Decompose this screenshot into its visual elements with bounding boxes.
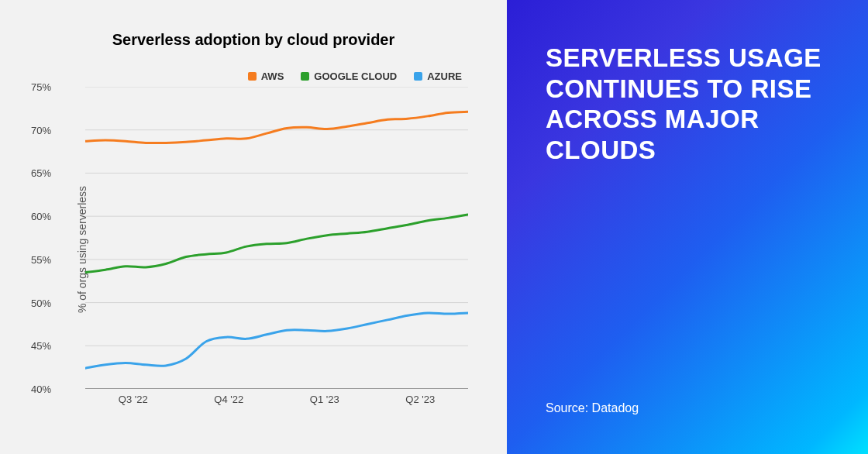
series-line: [85, 313, 468, 368]
x-tick: Q1 '23: [310, 394, 339, 405]
y-tick: 65%: [31, 167, 51, 179]
chart-panel: Serverless adoption by cloud provider AW…: [0, 0, 507, 454]
y-tick: 55%: [31, 253, 51, 265]
legend-swatch: [248, 72, 257, 81]
legend-item: AZURE: [414, 71, 462, 82]
x-tick: Q2 '23: [405, 394, 435, 405]
x-tick: Q3 '22: [119, 394, 148, 405]
chart-title: Serverless adoption by cloud provider: [31, 31, 476, 49]
legend-item: AWS: [248, 71, 284, 82]
legend-label: GOOGLE CLOUD: [314, 71, 397, 82]
legend-swatch: [301, 72, 309, 81]
y-tick: 45%: [31, 340, 51, 352]
legend-swatch: [414, 72, 422, 81]
series-line: [85, 112, 468, 143]
series-line: [85, 215, 468, 273]
source-text: Source: Datadog: [546, 401, 829, 415]
chart-legend: AWSGOOGLE CLOUDAZURE: [31, 71, 476, 82]
x-tick: Q4 '22: [214, 394, 243, 405]
legend-label: AWS: [261, 71, 284, 82]
y-tick: 75%: [31, 81, 51, 93]
y-tick: 50%: [31, 297, 51, 308]
legend-item: GOOGLE CLOUD: [301, 71, 397, 82]
legend-label: AZURE: [427, 71, 462, 82]
plot-area: 40%45%50%55%60%65%70%75% Q3 '22Q4 '22Q1 …: [85, 87, 476, 406]
y-tick: 70%: [31, 124, 51, 136]
y-tick: 40%: [31, 383, 51, 395]
headline-panel: SERVERLESS USAGE CONTINUES TO RISE ACROS…: [507, 0, 868, 454]
y-tick: 60%: [31, 211, 51, 222]
headline-text: SERVERLESS USAGE CONTINUES TO RISE ACROS…: [546, 43, 829, 165]
line-chart: [85, 87, 468, 389]
x-tick-labels: Q3 '22Q4 '22Q1 '23Q2 '23: [85, 389, 468, 406]
